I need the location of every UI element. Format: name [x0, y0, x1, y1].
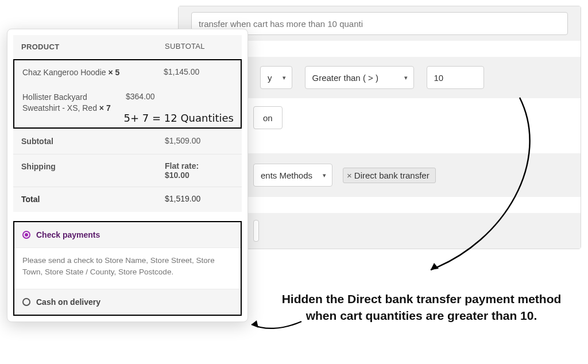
item-name: Hollister Backyard Sweatshirt - XS, Red [22, 92, 97, 113]
payment-label: Check payments [36, 230, 100, 239]
shipping-label: Shipping [21, 162, 56, 171]
shipping-line2: $10.00 [165, 171, 234, 180]
item-name: Chaz Kangeroo Hoodie [22, 68, 106, 77]
shipping-line1: Flat rate: [165, 161, 234, 171]
subtotal-row: Subtotal $1,509.00 [13, 129, 242, 154]
chevron-down-icon: ▾ [404, 74, 408, 82]
order-table: PRODUCT SUBTOTAL Chaz Kangeroo Hoodie × … [13, 35, 242, 212]
item-qty: × 5 [108, 68, 119, 77]
radio-unselected-icon [22, 298, 30, 306]
cart-items-box: Chaz Kangeroo Hoodie × 5 $1,145.00 Holli… [13, 59, 242, 129]
method-tag[interactable]: × Direct bank transfer [343, 168, 436, 183]
footer-button-stub[interactable] [253, 220, 259, 242]
payment-methods-box: Check payments Please send a check to St… [13, 221, 242, 316]
payment-option-cod[interactable]: Cash on delivery [14, 289, 241, 315]
action-type-select[interactable]: ents Methods ▾ [253, 164, 332, 187]
col-subtotal: SUBTOTAL [165, 42, 234, 52]
total-label: Total [21, 194, 165, 205]
payment-check-desc: Please send a check to Store Name, Store… [14, 248, 241, 289]
payment-label: Cash on delivery [36, 297, 100, 307]
order-header: PRODUCT SUBTOTAL [13, 35, 242, 59]
subtotal-value: $1,509.00 [165, 136, 234, 147]
total-row: Total $1,519.00 [13, 187, 242, 212]
chevron-down-icon: ▾ [283, 74, 286, 82]
cart-item-row: Chaz Kangeroo Hoodie × 5 $1,145.00 [14, 60, 241, 85]
shipping-row: Shipping Flat rate: $10.00 [13, 154, 242, 187]
item-qty: × 7 [99, 103, 111, 113]
on-button[interactable]: on [253, 106, 283, 129]
method-tag-label: Direct bank transfer [354, 171, 430, 180]
condition-field-select[interactable]: y ▾ [260, 66, 292, 89]
payment-option-check[interactable]: Check payments [14, 222, 241, 248]
quantities-annotation: 5+ 7 = 12 Quantities [124, 112, 234, 124]
item-price: $364.00 [126, 92, 195, 114]
total-value: $1,519.00 [165, 194, 234, 205]
condition-operator-value: Greater than ( > ) [312, 73, 378, 83]
action-type-value: ents Methods [261, 171, 312, 180]
checkout-summary-card: PRODUCT SUBTOTAL Chaz Kangeroo Hoodie × … [7, 29, 248, 322]
condition-field-value: y [268, 73, 272, 83]
condition-operator-select[interactable]: Greater than ( > ) ▾ [305, 66, 414, 89]
col-product: PRODUCT [21, 42, 165, 52]
condition-value-input[interactable] [427, 66, 484, 89]
item-price: $1,145.00 [164, 67, 233, 78]
explainer-text: Hidden the Direct bank transfer payment … [278, 291, 565, 324]
subtotal-label: Subtotal [21, 137, 53, 146]
remove-icon[interactable]: × [347, 171, 352, 180]
chevron-down-icon: ▾ [323, 172, 326, 179]
radio-selected-icon [22, 231, 30, 239]
